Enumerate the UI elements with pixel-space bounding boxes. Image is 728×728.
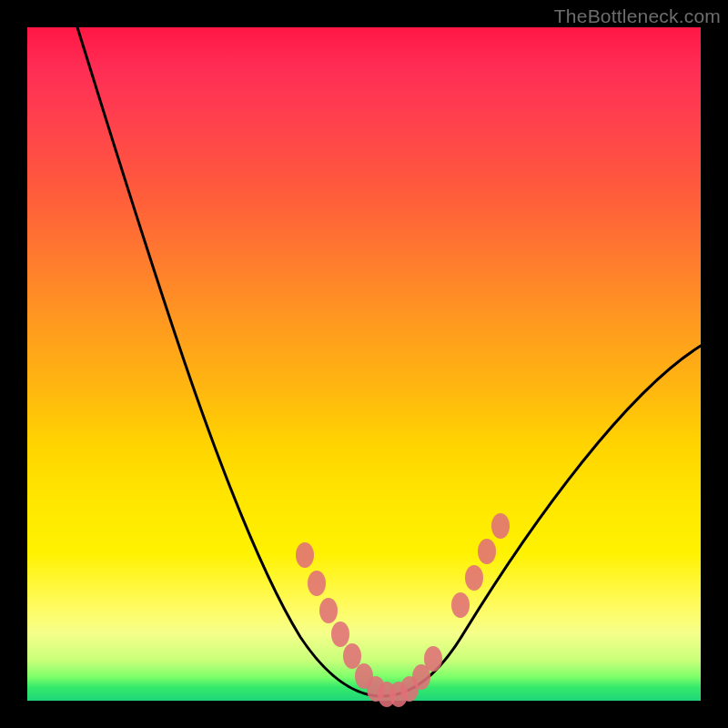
- bottleneck-curve: [77, 27, 701, 696]
- watermark-label: TheBottleneck.com: [554, 5, 721, 27]
- curve-marker: [465, 565, 483, 591]
- curve-marker: [343, 643, 361, 669]
- chart-frame: TheBottleneck.com: [0, 0, 728, 728]
- curve-marker: [296, 542, 314, 568]
- curve-marker: [491, 513, 510, 539]
- curve-marker: [319, 598, 338, 623]
- curve-marker: [308, 571, 326, 596]
- curve-marker: [478, 539, 496, 564]
- curve-svg: [27, 27, 701, 701]
- curve-marker: [424, 646, 442, 672]
- curve-marker: [331, 622, 349, 647]
- plot-area: [27, 27, 701, 701]
- curve-marker: [451, 592, 470, 618]
